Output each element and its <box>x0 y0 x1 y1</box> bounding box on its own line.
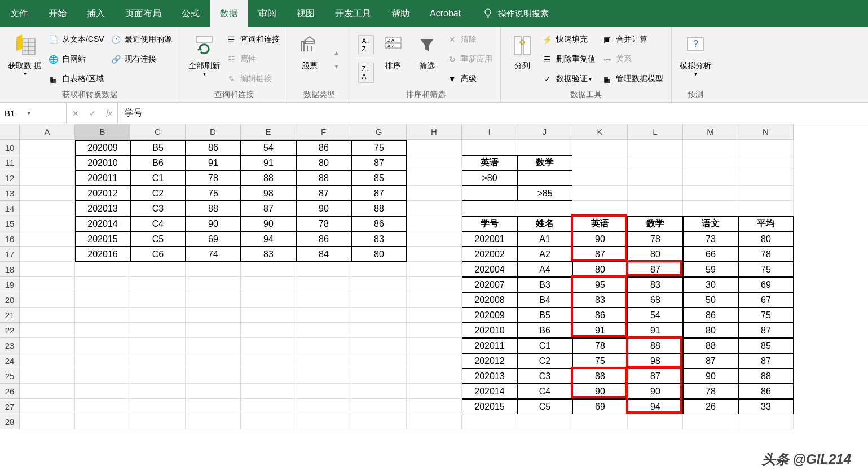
text-to-columns-button[interactable]: 分列 <box>505 29 539 73</box>
cell-B26[interactable] <box>75 384 130 399</box>
cell-H22[interactable] <box>407 323 462 338</box>
cell-H25[interactable] <box>407 368 462 384</box>
cell-G17[interactable]: 80 <box>351 247 407 262</box>
cell-M13[interactable] <box>683 186 738 201</box>
cell-M21[interactable]: 86 <box>683 308 738 323</box>
cell-L23[interactable]: 88 <box>628 338 683 353</box>
cell-G16[interactable]: 83 <box>351 231 407 247</box>
row-header-20[interactable]: 20 <box>0 292 20 308</box>
cell-K24[interactable]: 75 <box>572 353 628 368</box>
col-header-K[interactable]: K <box>572 124 628 140</box>
cell-K18[interactable]: 80 <box>572 262 628 277</box>
tab-9[interactable]: 帮助 <box>381 0 420 27</box>
cell-E16[interactable]: 94 <box>241 231 296 247</box>
cell-D23[interactable] <box>186 338 241 353</box>
cell-L21[interactable]: 54 <box>628 308 683 323</box>
row-header-23[interactable]: 23 <box>0 338 20 353</box>
cell-G15[interactable]: 86 <box>351 216 407 231</box>
col-header-D[interactable]: D <box>186 124 241 140</box>
cell-M17[interactable]: 66 <box>683 247 738 262</box>
cell-J26[interactable]: C4 <box>517 384 572 399</box>
cell-N17[interactable]: 78 <box>738 247 794 262</box>
cell-G10[interactable]: 75 <box>351 140 407 155</box>
cell-J18[interactable]: A4 <box>517 262 572 277</box>
col-header-G[interactable]: G <box>351 124 407 140</box>
cell-C25[interactable] <box>130 368 186 384</box>
cell-H26[interactable] <box>407 384 462 399</box>
cell-I22[interactable]: 202010 <box>462 323 517 338</box>
cell-N13[interactable] <box>738 186 794 201</box>
cell-D21[interactable] <box>186 308 241 323</box>
cell-A16[interactable] <box>20 231 75 247</box>
cell-F26[interactable] <box>296 384 351 399</box>
cell-E22[interactable] <box>241 323 296 338</box>
cell-M18[interactable]: 59 <box>683 262 738 277</box>
cell-B28[interactable] <box>75 414 130 429</box>
cell-H13[interactable] <box>407 186 462 201</box>
cell-F12[interactable]: 88 <box>296 170 351 186</box>
cell-N16[interactable]: 80 <box>738 231 794 247</box>
row-header-28[interactable]: 28 <box>0 414 20 429</box>
cell-E23[interactable] <box>241 338 296 353</box>
data-model-button[interactable]: ▦管理数据模型 <box>599 72 667 86</box>
cell-M25[interactable]: 90 <box>683 368 738 384</box>
cell-D26[interactable] <box>186 384 241 399</box>
cell-E24[interactable] <box>241 353 296 368</box>
select-all-corner[interactable] <box>0 124 20 140</box>
cell-A25[interactable] <box>20 368 75 384</box>
cell-H11[interactable] <box>407 155 462 170</box>
cell-I23[interactable]: 202011 <box>462 338 517 353</box>
cell-A15[interactable] <box>20 216 75 231</box>
cell-G13[interactable]: 87 <box>351 186 407 201</box>
cell-J19[interactable]: B3 <box>517 277 572 292</box>
cell-L20[interactable]: 68 <box>628 292 683 308</box>
cell-C21[interactable] <box>130 308 186 323</box>
cell-F10[interactable]: 86 <box>296 140 351 155</box>
cell-H10[interactable] <box>407 140 462 155</box>
cell-F16[interactable]: 86 <box>296 231 351 247</box>
cell-J10[interactable] <box>517 140 572 155</box>
cell-E20[interactable] <box>241 292 296 308</box>
chevron-down-icon[interactable]: ▼ <box>26 110 32 116</box>
cell-G28[interactable] <box>351 414 407 429</box>
from-csv-button[interactable]: 📄从文本/CSV <box>45 33 108 46</box>
nav-up-icon[interactable]: ▴ <box>334 48 338 57</box>
tab-7[interactable]: 视图 <box>287 0 325 27</box>
cell-N23[interactable]: 85 <box>738 338 794 353</box>
cell-I13[interactable] <box>462 186 517 201</box>
cell-L15[interactable]: 数学 <box>628 216 683 231</box>
cell-F23[interactable] <box>296 338 351 353</box>
cell-J28[interactable] <box>517 414 572 429</box>
cell-C23[interactable] <box>130 338 186 353</box>
cell-N26[interactable]: 86 <box>738 384 794 399</box>
cell-J12[interactable] <box>517 170 572 186</box>
cell-B19[interactable] <box>75 277 130 292</box>
cell-A18[interactable] <box>20 262 75 277</box>
cell-M23[interactable]: 88 <box>683 338 738 353</box>
cell-D10[interactable]: 86 <box>186 140 241 155</box>
cell-J20[interactable]: B4 <box>517 292 572 308</box>
cell-L11[interactable] <box>628 155 683 170</box>
cell-G21[interactable] <box>351 308 407 323</box>
cell-E10[interactable]: 54 <box>241 140 296 155</box>
tab-6[interactable]: 审阅 <box>248 0 287 27</box>
cell-M15[interactable]: 语文 <box>683 216 738 231</box>
cell-N22[interactable]: 87 <box>738 323 794 338</box>
cell-A23[interactable] <box>20 338 75 353</box>
cell-H16[interactable] <box>407 231 462 247</box>
col-header-H[interactable]: H <box>407 124 462 140</box>
cell-F19[interactable] <box>296 277 351 292</box>
cell-H21[interactable] <box>407 308 462 323</box>
cell-I20[interactable]: 202008 <box>462 292 517 308</box>
col-header-B[interactable]: B <box>75 124 130 140</box>
cell-A20[interactable] <box>20 292 75 308</box>
cell-J17[interactable]: A2 <box>517 247 572 262</box>
cell-C13[interactable]: C2 <box>130 186 186 201</box>
cell-A14[interactable] <box>20 201 75 216</box>
cell-G20[interactable] <box>351 292 407 308</box>
cell-G12[interactable]: 85 <box>351 170 407 186</box>
cell-C26[interactable] <box>130 384 186 399</box>
cell-B14[interactable]: 202013 <box>75 201 130 216</box>
cell-J14[interactable] <box>517 201 572 216</box>
cell-B25[interactable] <box>75 368 130 384</box>
